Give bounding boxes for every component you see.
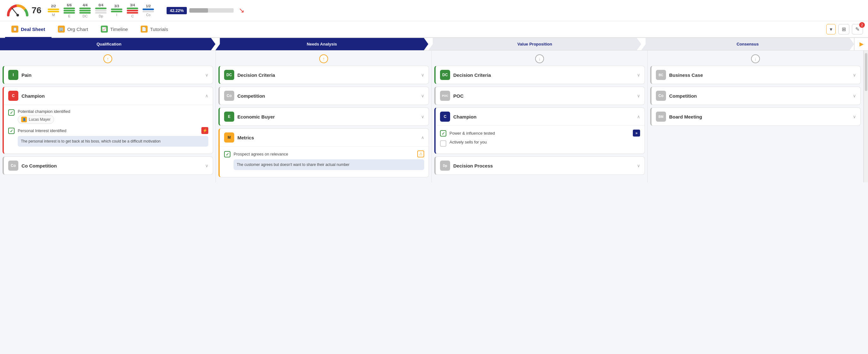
nav-right: ▾ ⊞ ✎ 2 [826,24,863,34]
check-power-influence-label: Power & influence tested [450,131,633,136]
metric-C: 3/4 C [127,3,138,18]
check-actively-sells-label: Actively sells for you [450,140,640,144]
card-champion-header[interactable]: C Champion ∧ [4,87,213,105]
card-metrics-header[interactable]: M Metrics ∧ [220,129,429,146]
metric-DC-bar3 [79,12,91,13]
tab-deal-sheet[interactable]: 📋 Deal Sheet [5,21,52,38]
personal-interest-note: The personal interest is to get back at … [18,136,208,147]
check-potential-champion-label: Potential champion identified [18,109,70,114]
card-decision-criteria-na: DC Decision Criteria ∨ [218,66,429,84]
pipeline-next-button[interactable]: ▶ [854,38,868,50]
metric-DC-bar1 [79,8,91,9]
metric-Dp-fraction: 0/4 [99,3,103,7]
column-consensus: ↓ BC Business Case ∨ Co Competition ∨ BM… [648,51,864,182]
card-bm-chevron: ∨ [853,114,856,119]
stage-needs-analysis-label: Needs Analysis [307,42,337,46]
stage-qualification[interactable]: Qualification [0,38,216,50]
card-champion: C Champion ∧ Potential champion identifi… [3,87,213,154]
metric-E-bars [64,8,75,13]
metric-E: 6/6 E [64,3,75,18]
card-competition-cons-header[interactable]: Co Competition ∨ [651,87,860,105]
card-economic-buyer: E Economic Buyer ∨ [218,107,429,126]
card-metrics-chevron: ∧ [421,135,424,140]
chevron-down-button[interactable]: ▾ [826,24,836,34]
card-champion-body: Potential champion identified 👤 Lucas Ma… [4,105,213,154]
warning-icon: ⚠ [417,151,424,157]
card-co-competition-qual: Co Co Competition ∨ [3,157,213,175]
card-champion-title: Champion [22,93,202,99]
grid-view-button[interactable]: ⊞ [838,24,849,34]
metric-DC: 4/4 DC [79,3,91,18]
tab-tutorials-label: Tutorials [150,27,168,32]
metric-I-fraction: 3/3 [115,4,119,8]
pipeline: Qualification Needs Analysis Value Propo… [0,38,868,51]
card-champion-vp-chevron: ∧ [637,114,640,119]
card-competition-na-title: Competition [238,93,418,99]
progress-label: 42.22% [166,7,187,14]
main-content: ↑ I Pain ∨ C Champion ∧ Potential [0,51,868,182]
card-board-meeting-header[interactable]: BM Board Meeting ∨ [651,108,860,126]
metric-Co-label: Co [146,13,151,17]
check-prospect-agrees-box[interactable] [224,151,230,157]
tab-timeline-label: Timeline [110,27,128,32]
collapse-consensus-button[interactable]: ↓ [751,54,760,63]
scrollbar[interactable] [864,51,868,182]
card-dc-na-title: Decision Criteria [238,72,418,78]
tutorials-icon: 📄 [141,26,148,33]
card-competition-na-header[interactable]: Co Competition ∨ [220,87,429,105]
person-tag-lucas: 👤 Lucas Mayer [18,114,70,124]
tab-timeline[interactable]: 📈 Timeline [94,21,134,38]
card-co-competition-qual-title: Co Competition [22,163,202,168]
stage-consensus[interactable]: Consensus [641,38,855,50]
collapse-qualification-button[interactable]: ↑ [103,54,112,63]
metric-M-bars [48,8,59,12]
person-tag[interactable]: 👤 Lucas Mayer [18,115,54,124]
card-champion-vp-header[interactable]: C Champion ∧ [436,108,645,126]
metric-M-bar2 [48,11,59,12]
edit-button-wrap: ✎ 2 [852,24,863,34]
metric-M-bar1 [48,8,59,10]
check-power-influence-box[interactable] [440,130,446,136]
card-eb-chevron: ∨ [421,114,424,119]
scroll-thumb[interactable] [865,53,867,91]
card-business-case-header[interactable]: BC Business Case ∨ [651,66,860,84]
metric-Dp-bar1 [95,8,106,9]
card-dc-vp-header[interactable]: DC Decision Criteria ∨ [436,66,645,84]
metric-Co-bar2 [143,11,154,12]
metric-E-fraction: 6/6 [67,3,72,7]
stage-needs-analysis[interactable]: Needs Analysis [216,38,429,50]
card-co-competition-qual-header[interactable]: Co Co Competition ∨ [4,157,213,174]
metric-M: 2/2 M [48,4,59,17]
card-dc-vp-chevron: ∨ [637,72,640,77]
forward-button[interactable]: » [633,130,640,136]
check-potential-champion-content: Potential champion identified 👤 Lucas Ma… [18,109,70,124]
card-economic-buyer-header[interactable]: E Economic Buyer ∨ [220,108,429,126]
col-header-needs-analysis: ↑ [218,53,429,66]
check-power-influence: Power & influence tested » [440,130,640,136]
collapse-value-proposition-button[interactable]: ↓ [535,54,544,63]
card-decision-criteria-na-header[interactable]: DC Decision Criteria ∨ [220,66,429,84]
metric-E-bar3 [64,12,75,13]
card-pain-header[interactable]: I Pain ∨ [4,66,213,84]
metric-Dp-label: Dp [99,14,103,18]
metric-DC-label: DC [83,14,88,18]
check-prospect-agrees-content: Prospect agrees on relevance ⚠ The custo… [234,151,424,170]
metric-Dp-bar3 [95,12,106,13]
card-dp-badge: Dp [440,161,450,171]
check-personal-interest-box[interactable] [8,128,14,134]
col-header-consensus: ↓ [650,53,861,66]
collapse-needs-analysis-button[interactable]: ↑ [319,54,328,63]
metric-C-fraction: 3/4 [130,3,135,7]
check-potential-champion-box[interactable] [8,109,14,116]
tab-org-chart[interactable]: 🏢 Org Chart [52,21,94,38]
check-actively-sells-box[interactable] [440,140,446,147]
card-decision-process-header[interactable]: Dp Decision Process ∨ [436,157,645,174]
card-metrics-body: Prospect agrees on relevance ⚠ The custo… [220,146,429,177]
stage-value-proposition[interactable]: Value Proposition [428,38,641,50]
org-chart-icon: 🏢 [58,26,65,33]
card-poc-header[interactable]: POC POC ∨ [436,87,645,105]
tab-tutorials[interactable]: 📄 Tutorials [134,21,175,38]
metrics-group: 2/2 M 6/6 E 4/4 DC [48,3,154,18]
card-co-cons-badge: Co [656,91,666,101]
card-pain: I Pain ∨ [3,66,213,84]
